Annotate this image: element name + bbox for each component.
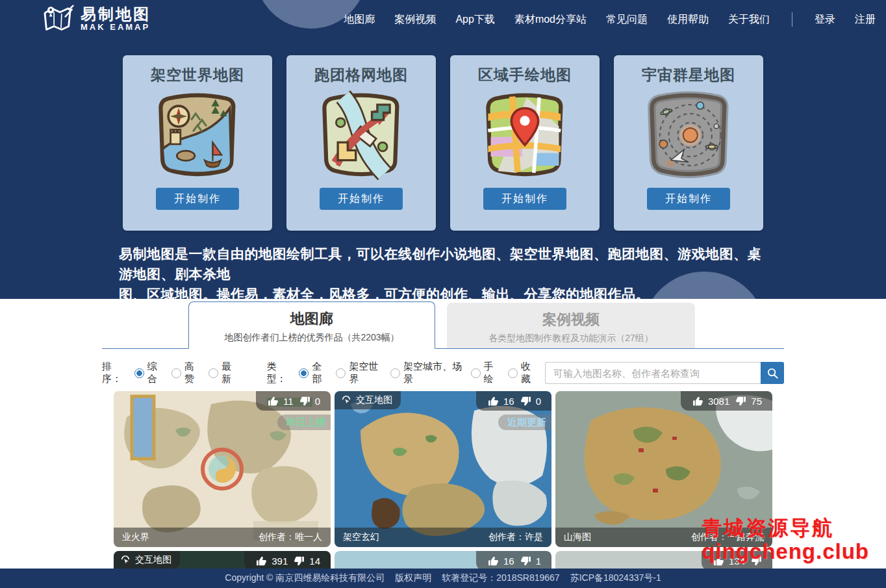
tap-cursor-icon (120, 555, 131, 565)
watermark-line1: 青城资源导航 (702, 517, 869, 540)
hero-description-line2: 图、区域地图。操作易，素材全，风格多，可方便的创作、输出、分享您的地图作品。 (119, 284, 767, 299)
start-making-button[interactable]: 开始制作 (483, 188, 566, 210)
map-card-jiakong-xuanhuan[interactable]: 交互地图 16 0 近期更新 架空玄幻 创作者：许是 (335, 391, 551, 547)
dislike-group[interactable]: 0 (299, 396, 320, 407)
watermark-line2: qingcheng.club (702, 540, 869, 564)
dislike-group[interactable]: 14 (294, 556, 320, 567)
dislike-group[interactable]: 75 (735, 396, 762, 407)
thumb-down-icon (294, 556, 305, 567)
like-group[interactable]: 391 (256, 556, 288, 567)
feature-card-space-stars: 宇宙群星地图 (614, 55, 763, 231)
search-box (545, 362, 784, 384)
hero-section: 易制地图 MAK EAMAP 地图廊 案例视频 App下载 素材mod分享站 常… (0, 0, 886, 299)
radio-icon (336, 368, 346, 378)
brand-name-zh: 易制地图 (81, 6, 151, 22)
footer-copyright: Copyright © 南京四维易绘科技有限公司 (225, 572, 385, 584)
tab-bar: 地图廊 地图创作者们上榜的优秀作品（共2203幅） 案例视频 各类型地图制作教程… (102, 301, 784, 349)
footer-icp-number: 苏ICP备18024337号-1 (570, 572, 661, 584)
like-count: 11 (283, 396, 294, 407)
footer-registration-number: 软著登记号：2018SR819667 (442, 572, 559, 584)
like-count: 16 (503, 396, 514, 407)
tab-title: 地图廊 (189, 309, 435, 329)
nav-item-help[interactable]: 使用帮助 (667, 13, 709, 27)
nav-divider (792, 12, 792, 27)
status-badge: 昨日上榜 (277, 415, 331, 430)
grid-rpg-map-icon (316, 90, 406, 180)
feature-card-title: 宇宙群星地图 (614, 65, 763, 85)
map-card-footer: 架空玄幻 创作者：许是 (335, 528, 551, 547)
nav-item-mod-share[interactable]: 素材mod分享站 (514, 13, 587, 27)
map-title: 业火界 (122, 531, 149, 543)
like-group[interactable]: 16 (488, 396, 514, 407)
thumb-down-icon (520, 396, 531, 407)
feature-card-region-hand-drawn: 区域手绘地图 开始 (450, 55, 600, 231)
footer: Copyright © 南京四维易绘科技有限公司 版权声明 软著登记号：2018… (0, 569, 886, 588)
footer-copyright-statement-link[interactable]: 版权声明 (395, 572, 431, 584)
tab-map-gallery[interactable]: 地图廊 地图创作者们上榜的优秀作品（共2203幅） (188, 301, 435, 349)
map-logo-icon (42, 5, 74, 34)
nav-item-case-videos[interactable]: 案例视频 (394, 13, 436, 27)
map-title: 山海图 (564, 531, 591, 543)
dislike-count: 75 (751, 396, 762, 407)
brand-logo[interactable]: 易制地图 MAK EAMAP (42, 5, 151, 34)
type-option-favorites[interactable]: 收藏 (508, 361, 537, 385)
nav-item-about[interactable]: 关于我们 (728, 13, 770, 27)
nav-menu: 地图廊 案例视频 App下载 素材mod分享站 常见问题 使用帮助 关于我们 登… (344, 12, 876, 27)
register-button[interactable]: 注册 (855, 13, 876, 27)
search-input[interactable] (545, 362, 761, 384)
map-creator: 创作者：许是 (488, 531, 543, 543)
tab-case-videos[interactable]: 案例视频 各类型地图制作教程及功能演示（27组） (447, 303, 695, 348)
like-group[interactable]: 16 (488, 556, 514, 567)
dislike-count: 14 (309, 556, 320, 567)
like-count: 391 (272, 556, 288, 567)
dislike-group[interactable]: 0 (520, 396, 541, 407)
search-icon (766, 367, 779, 379)
thumb-up-icon (268, 396, 279, 407)
sort-option-comprehensive[interactable]: 综合 (134, 361, 163, 385)
start-making-button[interactable]: 开始制作 (647, 188, 730, 210)
feature-card-title: 架空世界地图 (123, 65, 272, 85)
tab-subtitle: 地图创作者们上榜的优秀作品（共2203幅） (189, 332, 435, 344)
region-hand-drawn-map-icon (480, 90, 570, 180)
sort-label: 排序： (102, 361, 128, 385)
thumb-up-icon (488, 396, 499, 407)
sort-option-newest[interactable]: 最新 (209, 361, 237, 385)
status-badge: 近期更新 (498, 415, 551, 430)
search-button[interactable] (761, 362, 784, 384)
like-dislike-bar: 391 14 (244, 551, 331, 570)
radio-icon (134, 368, 144, 378)
like-group[interactable]: 3081 (692, 396, 729, 407)
type-option-fantasy-world[interactable]: 架空世界 (336, 361, 382, 385)
start-making-button[interactable]: 开始制作 (156, 188, 239, 210)
login-button[interactable]: 登录 (815, 13, 835, 27)
radio-icon (299, 368, 309, 378)
nav-item-app-download[interactable]: App下载 (455, 13, 494, 27)
type-option-city-scene[interactable]: 架空城市、场景 (390, 361, 462, 385)
start-making-button[interactable]: 开始制作 (320, 188, 403, 210)
radio-icon (508, 368, 518, 378)
top-navigation-bar: 易制地图 MAK EAMAP 地图廊 案例视频 App下载 素材mod分享站 常… (0, 0, 886, 39)
nav-item-gallery[interactable]: 地图廊 (344, 13, 375, 27)
map-card-yehuojie[interactable]: 11 0 昨日上榜 业火界 创作者：唯一人 (114, 391, 331, 547)
dislike-group[interactable]: 1 (520, 556, 541, 567)
map-gallery-grid: 11 0 昨日上榜 业火界 创作者：唯一人 (114, 391, 772, 588)
feature-card-title: 区域手绘地图 (450, 65, 600, 85)
thumb-up-icon (488, 556, 499, 567)
feature-card-row: 架空世界地图 (0, 55, 886, 231)
type-label: 类型： (266, 361, 292, 385)
type-option-all[interactable]: 全部 (299, 361, 327, 385)
radio-icon (471, 368, 481, 378)
interactive-map-badge: 交互地图 (114, 551, 180, 569)
radio-icon (390, 368, 400, 378)
hero-description: 易制地图是一款自由的地图绘制工具，可以在线创作小说地图、架空世界地图、跑团地图、… (119, 244, 767, 299)
thumb-down-icon (520, 556, 531, 567)
like-group[interactable]: 11 (268, 396, 294, 407)
space-stars-map-icon (644, 90, 733, 180)
sort-option-most-liked[interactable]: 高赞 (171, 361, 200, 385)
watermark: 青城资源导航 qingcheng.club (702, 517, 869, 564)
brand-name-en: MAK EAMAP (81, 22, 151, 32)
nav-item-faq[interactable]: 常见问题 (606, 13, 648, 27)
page-root: 易制地图 MAK EAMAP 地图廊 案例视频 App下载 素材mod分享站 常… (0, 0, 886, 588)
type-option-hand-drawn[interactable]: 手绘 (471, 361, 500, 385)
map-title: 架空玄幻 (343, 531, 379, 543)
